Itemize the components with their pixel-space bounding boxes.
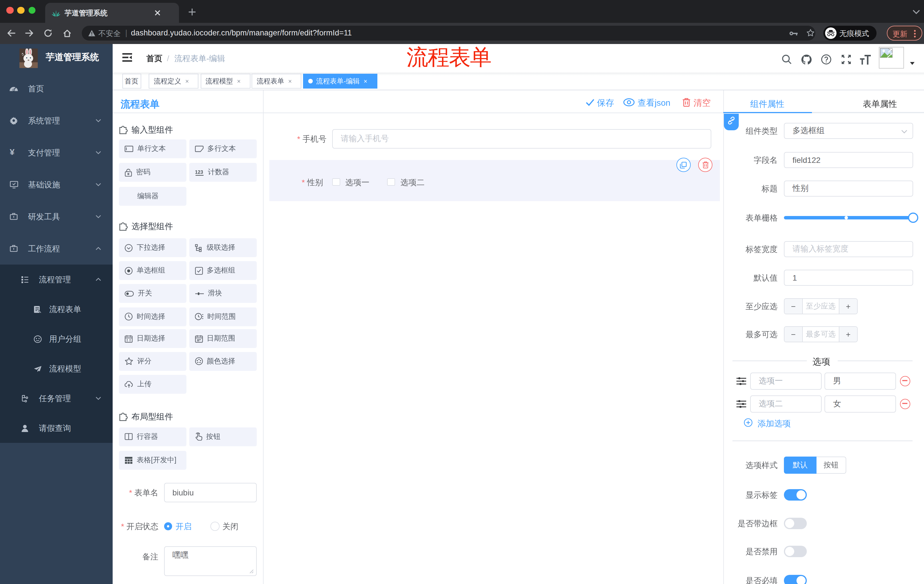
svg-text:123: 123: [195, 169, 203, 174]
